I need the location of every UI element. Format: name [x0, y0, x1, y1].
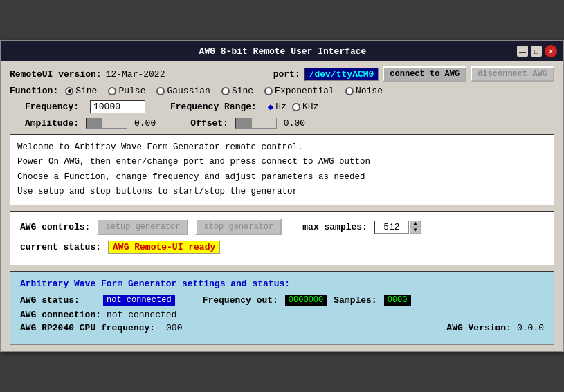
- radio-khz-circle: [292, 103, 300, 111]
- radio-gaussian[interactable]: Gaussian: [156, 86, 210, 96]
- radio-sine-circle: [65, 87, 73, 95]
- function-row: Function: Sine Pulse Gaussian Sinc: [10, 86, 554, 96]
- info-box: Welcome to Arbitray Wave Form Generator …: [10, 134, 554, 205]
- radio-pulse-circle: [108, 87, 116, 95]
- awg-version-value: 0.0.0: [517, 323, 544, 333]
- titlebar: AWG 8-bit Remote User Interface — □ ✕: [1, 41, 563, 61]
- awg-status-row1: AWG status: not connected Frequency out:…: [20, 295, 544, 306]
- window-title: AWG 8-bit Remote User Interface: [48, 46, 517, 57]
- diamond-icon: ◆: [268, 101, 273, 113]
- khz-label: KHz: [302, 102, 318, 112]
- radio-noise[interactable]: Noise: [345, 86, 383, 96]
- awg-connection-label: AWG connection:: [20, 310, 101, 320]
- max-samples-spinbox: ▲ ▼: [374, 220, 421, 234]
- amplitude-label: Amplitude:: [25, 118, 79, 129]
- offset-label: Offset:: [190, 118, 228, 129]
- port-value[interactable]: /dev/ttyACM0: [304, 68, 379, 81]
- main-content: RemoteUI version: 12-Mar-2022 port: /dev…: [1, 61, 563, 351]
- freq-out-value: 0000000: [285, 295, 327, 306]
- awg-status-section: Arbitrary Wave Form Generator settings a…: [10, 271, 554, 345]
- awg-status-value: not connected: [103, 295, 175, 306]
- current-status-label: current status:: [20, 242, 101, 252]
- spinbox-up-button[interactable]: ▲: [410, 220, 421, 227]
- awg-connection-row: AWG connection: not connected: [20, 310, 544, 320]
- info-line4: Use setup and stop buttons to start/stop…: [17, 185, 547, 199]
- max-samples-label: max samples:: [302, 222, 367, 232]
- window-controls: — □ ✕: [517, 45, 557, 57]
- radio-hz[interactable]: ◆ Hz: [268, 101, 286, 113]
- radio-sinc-circle: [221, 87, 230, 95]
- disconnect-button[interactable]: disconnect AWG: [471, 66, 554, 82]
- radio-exponential-label: Exponential: [275, 86, 334, 96]
- radio-pulse-label: Pulse: [118, 86, 145, 96]
- spinbox-down-button[interactable]: ▼: [410, 227, 421, 234]
- freq-out-label: Frequency out:: [203, 295, 278, 306]
- offset-slider[interactable]: [235, 118, 277, 129]
- awg-cpu-row: AWG RP2040 CPU frequency: 000 AWG Versio…: [20, 323, 544, 333]
- header-row: RemoteUI version: 12-Mar-2022 port: /dev…: [10, 66, 554, 82]
- radio-sinc[interactable]: Sinc: [221, 86, 253, 96]
- radio-exponential-circle: [264, 87, 273, 95]
- max-samples-input[interactable]: [374, 221, 409, 234]
- awg-status-title: Arbitrary Wave Form Generator settings a…: [20, 279, 544, 289]
- awg-connection-value: not connected: [107, 310, 176, 320]
- freq-range-label: Frequency Range:: [170, 102, 257, 112]
- hz-label: Hz: [275, 102, 286, 112]
- awg-cpu-value: 000: [166, 323, 182, 333]
- frequency-row: Frequency: Frequency Range: ◆ Hz KHz: [10, 100, 554, 113]
- offset-track[interactable]: [235, 118, 277, 129]
- awg-ready-badge: AWG Remote-UI ready: [108, 241, 220, 254]
- close-button[interactable]: ✕: [545, 45, 557, 57]
- setup-generator-button[interactable]: setup generator: [97, 218, 188, 235]
- awg-controls-label: AWG controls:: [20, 222, 90, 232]
- freq-range-group: ◆ Hz KHz: [268, 101, 318, 113]
- info-line1: Welcome to Arbitray Wave Form Generator …: [17, 140, 547, 155]
- amplitude-track[interactable]: [86, 118, 127, 129]
- amplitude-slider[interactable]: [86, 118, 127, 129]
- maximize-button[interactable]: □: [531, 46, 542, 57]
- amplitude-row: Amplitude: 0.00 Offset: 0.00: [10, 118, 554, 129]
- awg-version-label: AWG Version:: [446, 323, 511, 333]
- function-label: Function:: [10, 86, 58, 96]
- samples-value: 0000: [384, 295, 411, 306]
- frequency-label: Frequency:: [25, 102, 79, 112]
- radio-gaussian-label: Gaussian: [167, 86, 210, 96]
- remoteui-value: 12-Mar-2022: [106, 69, 165, 80]
- port-label: port:: [273, 69, 300, 80]
- info-line2: Power On AWG, then enter/change port and…: [17, 155, 547, 169]
- status-row: current status: AWG Remote-UI ready: [20, 241, 544, 254]
- awg-cpu-label: AWG RP2040 CPU frequency:: [20, 323, 155, 333]
- stop-generator-button[interactable]: stop generator: [195, 218, 282, 235]
- radio-sinc-label: Sinc: [232, 86, 253, 96]
- minimize-button[interactable]: —: [517, 46, 528, 57]
- remoteui-label: RemoteUI version:: [10, 69, 102, 80]
- controls-box: AWG controls: setup generator stop gener…: [10, 211, 554, 265]
- radio-exponential[interactable]: Exponential: [264, 86, 334, 96]
- radio-sine-label: Sine: [75, 86, 97, 96]
- radio-sine[interactable]: Sine: [65, 86, 97, 96]
- main-window: AWG 8-bit Remote User Interface — □ ✕ Re…: [0, 40, 564, 352]
- radio-noise-circle: [345, 87, 354, 95]
- offset-value: 0.00: [284, 118, 305, 129]
- amplitude-value: 0.00: [134, 118, 156, 129]
- connect-button[interactable]: connect to AWG: [383, 66, 466, 82]
- function-radio-group: Sine Pulse Gaussian Sinc Exponential: [65, 86, 554, 96]
- radio-pulse[interactable]: Pulse: [108, 86, 145, 96]
- controls-row: AWG controls: setup generator stop gener…: [20, 218, 544, 235]
- radio-noise-label: Noise: [356, 86, 383, 96]
- spinbox-buttons: ▲ ▼: [410, 220, 421, 234]
- frequency-input[interactable]: [90, 100, 145, 113]
- samples-label: Samples:: [334, 295, 376, 306]
- awg-status-label: AWG status:: [20, 295, 96, 306]
- radio-khz[interactable]: KHz: [292, 102, 318, 112]
- radio-gaussian-circle: [156, 87, 165, 95]
- info-line3: Choose a Function, change frequency and …: [17, 170, 547, 185]
